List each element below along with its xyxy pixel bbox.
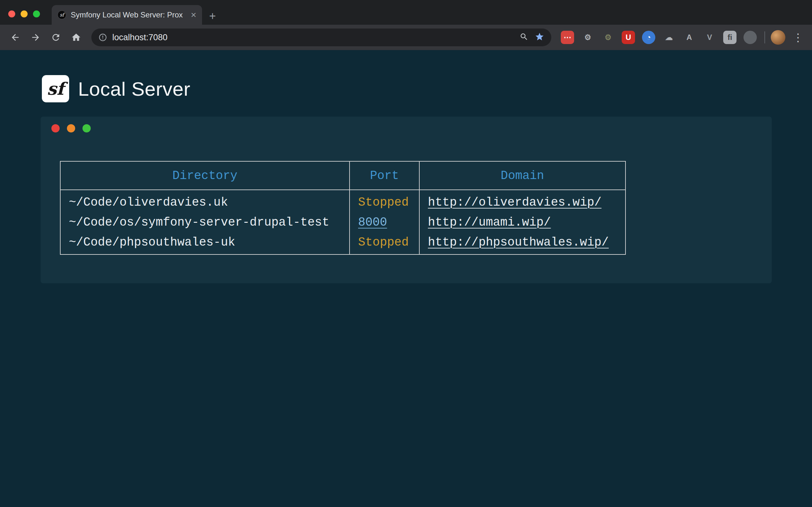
- extension-letter-v-icon[interactable]: V: [703, 31, 716, 44]
- reload-icon: [51, 32, 61, 43]
- domain-link[interactable]: http://umami.wip/: [428, 216, 551, 229]
- extension-cloud-icon[interactable]: ☁: [662, 31, 676, 44]
- port-status: Stopped: [350, 190, 419, 211]
- terminal-traffic-lights: [51, 124, 91, 132]
- extension-blue-circle-icon[interactable]: ◔: [642, 31, 655, 44]
- extension-gear-icon[interactable]: ⚙: [581, 31, 595, 44]
- traffic-light-dot[interactable]: [8, 10, 15, 17]
- extension-red-dots-icon[interactable]: ⋯: [561, 31, 574, 44]
- tab-title: Symfony Local Web Server: Prox: [71, 10, 186, 19]
- column-header-directory: Directory: [60, 161, 350, 190]
- tab-strip: sf Symfony Local Web Server: Prox × +: [0, 0, 812, 25]
- extensions-bar: ⋯⚙⚙U◔☁AVfi: [561, 31, 757, 44]
- traffic-light-dot[interactable]: [33, 10, 40, 17]
- port-status: Stopped: [350, 233, 419, 255]
- extension-dark-gear-icon[interactable]: ⚙: [601, 31, 615, 44]
- column-header-domain: Domain: [419, 161, 625, 190]
- page-header: sf Local Server: [42, 75, 812, 102]
- tab-favicon-icon: sf: [57, 10, 66, 19]
- page-info-icon[interactable]: [98, 33, 107, 42]
- traffic-light-dot: [83, 124, 91, 132]
- servers-table: Directory Port Domain ~/Code/oliverdavie…: [60, 161, 626, 255]
- traffic-light-dot: [67, 124, 75, 132]
- table-row: ~/Code/oliverdavies.uk Stopped http://ol…: [60, 190, 625, 211]
- page-title: Local Server: [78, 78, 190, 100]
- home-icon: [71, 32, 81, 43]
- table-header-row: Directory Port Domain: [60, 161, 625, 190]
- symfony-logo-glyph: sf: [47, 78, 64, 99]
- forward-button[interactable]: [28, 30, 43, 45]
- domain-cell: http://phpsouthwales.wip/: [419, 233, 625, 255]
- domain-link[interactable]: http://phpsouthwales.wip/: [428, 235, 609, 249]
- profile-avatar[interactable]: [771, 30, 785, 45]
- server-panel: Directory Port Domain ~/Code/oliverdavie…: [41, 117, 772, 283]
- window-traffic-lights: [8, 10, 40, 17]
- browser-toolbar: localhost:7080 ⋯⚙⚙U◔☁AVfi ⋮: [0, 25, 812, 50]
- bookmark-star-icon[interactable]: [535, 32, 544, 43]
- directory-cell: ~/Code/phpsouthwales-uk: [60, 233, 350, 255]
- browser-tab[interactable]: sf Symfony Local Web Server: Prox ×: [52, 5, 202, 25]
- table-row: ~/Code/phpsouthwales-uk Stopped http://p…: [60, 233, 625, 255]
- back-arrow-icon: [10, 32, 20, 43]
- url-text: localhost:7080: [112, 33, 167, 43]
- extension-fi-icon[interactable]: fi: [723, 31, 737, 44]
- traffic-light-dot[interactable]: [20, 10, 28, 17]
- directory-cell: ~/Code/os/symfony-server-drupal-test: [60, 211, 350, 233]
- domain-cell: http://oliverdavies.wip/: [419, 190, 625, 211]
- traffic-light-dot: [51, 124, 60, 132]
- extension-letter-a-icon[interactable]: A: [682, 31, 696, 44]
- column-header-port: Port: [350, 161, 419, 190]
- symfony-logo: sf: [42, 75, 69, 102]
- reload-button[interactable]: [48, 30, 63, 45]
- url-bar[interactable]: localhost:7080: [91, 29, 551, 46]
- forward-arrow-icon: [31, 32, 41, 43]
- table-row: ~/Code/os/symfony-server-drupal-test 800…: [60, 211, 625, 233]
- extension-ublock-icon[interactable]: U: [622, 31, 635, 44]
- directory-cell: ~/Code/oliverdavies.uk: [60, 190, 350, 211]
- port-link[interactable]: 8000: [358, 216, 387, 229]
- domain-cell: http://umami.wip/: [419, 211, 625, 233]
- new-tab-button[interactable]: +: [205, 9, 220, 23]
- page-content: sf Local Server Directory Port Domain ~/…: [0, 50, 812, 507]
- browser-menu-icon[interactable]: ⋮: [792, 31, 804, 44]
- toolbar-divider: [764, 32, 765, 43]
- extension-octocat-icon[interactable]: [744, 31, 757, 44]
- domain-link[interactable]: http://oliverdavies.wip/: [428, 195, 601, 209]
- home-button[interactable]: [68, 30, 84, 45]
- browser-window: sf Symfony Local Web Server: Prox × + lo…: [0, 0, 812, 50]
- port-cell: 8000: [350, 211, 419, 233]
- tab-close-icon[interactable]: ×: [191, 10, 196, 20]
- zoom-icon[interactable]: [519, 32, 528, 43]
- back-button[interactable]: [8, 30, 23, 45]
